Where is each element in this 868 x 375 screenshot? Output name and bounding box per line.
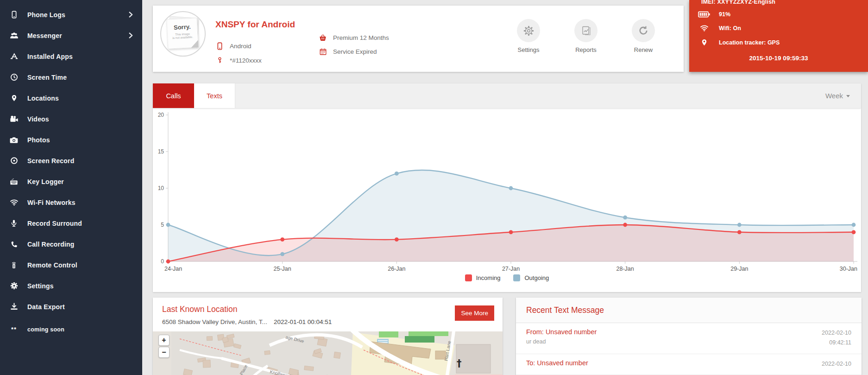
svg-text:28-Jan: 28-Jan bbox=[616, 266, 634, 272]
message-info: From: Unsaved numberur dead bbox=[526, 328, 597, 345]
subscription-plan-row: Premium 12 Months bbox=[319, 34, 389, 41]
range-selector-dropdown[interactable]: Week bbox=[825, 92, 850, 100]
chart-legend: IncomingOutgoing bbox=[153, 274, 861, 281]
device-code-value: *#1120xxxx bbox=[230, 57, 262, 64]
see-more-button[interactable]: See More bbox=[455, 305, 494, 321]
device-avatar: Sorry. This image is not available. bbox=[160, 11, 206, 57]
data-point[interactable] bbox=[509, 230, 513, 234]
wifi-status-row: Wifi: On bbox=[689, 25, 868, 32]
data-point[interactable] bbox=[737, 230, 742, 234]
page-title: XNSPY for Android bbox=[215, 19, 295, 30]
sidebar-item-videos[interactable]: Videos bbox=[0, 108, 142, 129]
data-point[interactable] bbox=[623, 223, 627, 227]
sidebar-item-call-recording[interactable]: Call Recording bbox=[0, 234, 142, 254]
settings-action-button[interactable]: Settings bbox=[516, 19, 541, 53]
phone-call-icon bbox=[7, 241, 20, 248]
subscription-status-value: Service Expired bbox=[333, 48, 377, 55]
sidebar-item-label: Settings bbox=[27, 282, 54, 290]
message-timestamp: 2022-02-10 bbox=[822, 359, 851, 369]
sidebar-item-label: Phone Logs bbox=[27, 11, 65, 19]
legend-swatch bbox=[465, 274, 472, 281]
legend-item-incoming[interactable]: Incoming bbox=[465, 274, 501, 281]
users-icon bbox=[7, 32, 20, 39]
chart-svg: 0510152024-Jan25-Jan26-Jan27-Jan28-Jan29… bbox=[153, 108, 861, 273]
chevron-right-icon bbox=[129, 32, 133, 38]
avatar-placeholder-note: Sorry. This image is not available. bbox=[166, 18, 198, 49]
map-zoom-in-button[interactable]: + bbox=[158, 335, 170, 346]
tab-texts[interactable]: Texts bbox=[194, 83, 235, 108]
subscription-plan-value: Premium 12 Months bbox=[333, 34, 389, 41]
sidebar-item-locations[interactable]: Locations bbox=[0, 88, 142, 108]
last-sync-timestamp: 2015-10-19 09:59:33 bbox=[689, 55, 868, 62]
data-point[interactable] bbox=[737, 223, 742, 227]
sidebar-item-photos[interactable]: Photos bbox=[0, 129, 142, 150]
gear-icon bbox=[7, 282, 20, 290]
message-row[interactable]: From: Unsaved numberur dead2022-02-1009:… bbox=[516, 323, 862, 354]
sidebar-item-phone-logs[interactable]: Phone Logs bbox=[0, 4, 142, 25]
sidebar-item-wi-fi-networks[interactable]: Wi-Fi Networks bbox=[0, 192, 142, 213]
data-point[interactable] bbox=[395, 172, 399, 176]
calendar-icon bbox=[319, 48, 327, 55]
sidebar-item-installed-apps[interactable]: Installed Apps bbox=[0, 46, 142, 67]
sidebar-item-label: Remote Control bbox=[27, 261, 77, 269]
calls-chart-card: 0510152024-Jan25-Jan26-Jan27-Jan28-Jan29… bbox=[153, 108, 861, 292]
sidebar-item-coming-soon[interactable]: **coming soon bbox=[0, 319, 142, 340]
data-point[interactable] bbox=[280, 252, 284, 256]
legend-item-outgoing[interactable]: Outgoing bbox=[513, 274, 549, 281]
sidebar-item-screen-record[interactable]: Screen Record bbox=[0, 150, 142, 171]
data-point[interactable] bbox=[509, 186, 513, 191]
sidebar-item-record-surround[interactable]: Record Surround bbox=[0, 213, 142, 234]
messages-card-title: Recent Text Message bbox=[526, 305, 851, 315]
camera-icon bbox=[7, 136, 20, 144]
legend-label: Outgoing bbox=[524, 274, 549, 281]
svg-text:24-Jan: 24-Jan bbox=[164, 266, 182, 272]
message-info: To: Unsaved number bbox=[526, 359, 588, 367]
sidebar-item-data-export[interactable]: Data Export bbox=[0, 296, 142, 317]
wifi-icon bbox=[7, 199, 20, 206]
wifi-icon bbox=[689, 25, 719, 32]
download-icon bbox=[7, 303, 20, 311]
recent-text-message-card: Recent Text Message From: Unsaved number… bbox=[516, 298, 862, 375]
data-point[interactable] bbox=[623, 216, 627, 220]
video-camera-icon bbox=[7, 115, 20, 123]
smartphone-icon bbox=[215, 42, 224, 50]
sidebar: Phone LogsMessengerInstalled AppsScreen … bbox=[0, 0, 142, 375]
sidebar-item-label: Videos bbox=[27, 115, 49, 123]
calls-area-chart: 0510152024-Jan25-Jan26-Jan27-Jan28-Jan29… bbox=[153, 108, 861, 273]
location-timestamp: 2022-01-01 00:04:51 bbox=[274, 318, 332, 325]
gear-lg-icon bbox=[517, 19, 540, 42]
svg-text:20: 20 bbox=[158, 112, 164, 118]
location-map[interactable]: + − age DriveKnollwood DrivePonton Place… bbox=[153, 331, 503, 375]
message-contact-label: From: Unsaved number bbox=[526, 328, 597, 336]
data-point[interactable] bbox=[166, 223, 170, 227]
map-zoom-controls: + − bbox=[158, 335, 170, 358]
sidebar-item-label: Screen Record bbox=[27, 157, 74, 165]
sidebar-item-settings[interactable]: Settings bbox=[0, 275, 142, 296]
svg-text:30-Jan: 30-Jan bbox=[840, 266, 857, 272]
sidebar-item-key-logger[interactable]: Key Logger bbox=[0, 171, 142, 192]
sidebar-item-label: Installed Apps bbox=[27, 53, 73, 60]
data-point[interactable] bbox=[280, 237, 284, 242]
basket-icon bbox=[319, 34, 327, 41]
location-tracker-value: Location tracker: GPS bbox=[719, 39, 780, 46]
data-point[interactable] bbox=[852, 223, 856, 227]
clock-icon bbox=[7, 73, 20, 81]
tab-calls[interactable]: Calls bbox=[153, 83, 194, 108]
reports-action-button[interactable]: Reports bbox=[573, 19, 598, 53]
sidebar-item-label: Record Surround bbox=[27, 220, 82, 227]
data-point[interactable] bbox=[395, 237, 399, 242]
action-label: Renew bbox=[634, 46, 653, 53]
data-point[interactable] bbox=[852, 230, 856, 234]
sidebar-item-messenger[interactable]: Messenger bbox=[0, 25, 142, 46]
message-timestamp: 2022-02-1009:42:11 bbox=[822, 328, 851, 348]
map-zoom-out-button[interactable]: − bbox=[158, 347, 170, 358]
location-tracker-row: Location tracker: GPS bbox=[689, 38, 868, 46]
message-row[interactable]: To: Unsaved number2022-02-10 bbox=[516, 354, 862, 375]
data-point[interactable] bbox=[166, 260, 170, 264]
sidebar-item-screen-time[interactable]: Screen Time bbox=[0, 67, 142, 88]
sidebar-item-remote-control[interactable]: Remote Control bbox=[0, 254, 142, 275]
sidebar-item-label: coming soon bbox=[27, 326, 64, 333]
app-store-icon bbox=[7, 52, 20, 60]
messages-list: From: Unsaved numberur dead2022-02-1009:… bbox=[516, 323, 862, 375]
renew-action-button[interactable]: Renew bbox=[631, 19, 656, 53]
